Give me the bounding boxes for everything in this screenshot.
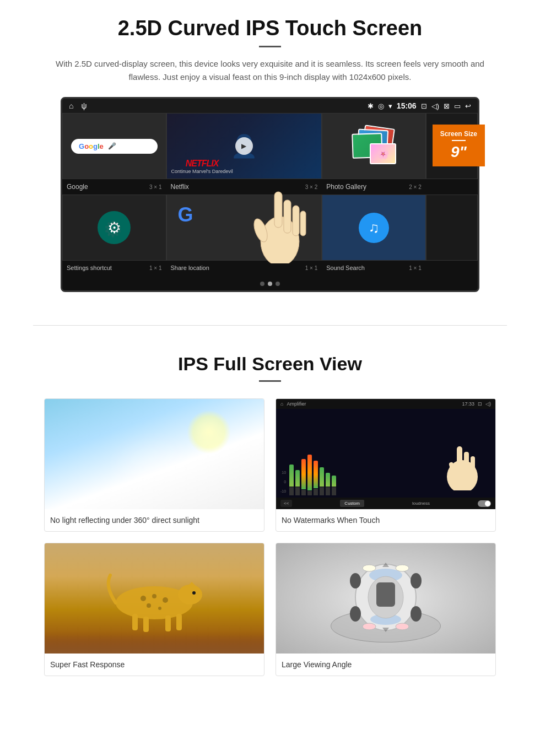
google-label: Google 3 × 1 — [62, 181, 166, 192]
eq-hand-touch — [440, 435, 484, 493]
eq-volume-icon: ◁) — [485, 401, 491, 407]
eq-bar-8b — [332, 487, 336, 495]
feature-card-car: Large Viewing Angle — [276, 543, 496, 676]
svg-point-31 — [363, 623, 376, 630]
badge-line — [452, 140, 466, 141]
device-screen: ⌂ ψ ✱ ◎ ▾ 15:06 ⊡ ◁) ⊠ ▭ ↩ — [61, 97, 479, 292]
section2-underline — [259, 380, 281, 382]
svg-point-17 — [158, 607, 161, 610]
eq-camera-icon: ⊡ — [478, 401, 482, 407]
wifi-icon: ▾ — [388, 102, 392, 110]
status-left: ⌂ ψ — [69, 101, 87, 110]
window-icon[interactable]: ▭ — [454, 102, 461, 110]
dot-3[interactable] — [276, 282, 280, 286]
settings-cell[interactable]: ⚙ ⚙ — [62, 195, 166, 261]
play-button[interactable]: ▶ — [235, 137, 253, 155]
svg-point-15 — [163, 597, 168, 603]
feature-card-equalizer: ⌂ Amplifier 17:33 ⊡ ◁) 10 0 -10 — [276, 398, 496, 532]
share-app-size: 1 × 1 — [305, 265, 318, 271]
home-icon[interactable]: ⌂ — [69, 101, 73, 110]
g-logo: G — [178, 203, 193, 226]
photo-gallery-cell[interactable]: 🌸 — [322, 113, 426, 179]
svg-point-14 — [152, 594, 156, 598]
netflix-logo: NETFLIX — [171, 159, 233, 169]
equalizer-caption: No Watermarks When Touch — [276, 509, 495, 531]
google-app-cell[interactable]: Google 🎤 — [62, 113, 166, 179]
photo-gallery-label: Photo Gallery 2 × 2 — [322, 181, 426, 192]
eq-footer: << Custom loudness — [276, 498, 495, 509]
eq-toggle[interactable] — [478, 500, 491, 507]
empty-label-2 — [426, 263, 478, 273]
svg-point-16 — [147, 603, 151, 608]
back-icon[interactable]: ↩ — [465, 102, 471, 110]
eq-bar-3b — [301, 490, 306, 495]
section1-description: With 2.5D curved-display screen, this de… — [55, 57, 485, 84]
netflix-app-name: Netflix — [171, 183, 189, 191]
dot-2[interactable] — [268, 282, 272, 286]
svg-point-29 — [363, 565, 376, 571]
eq-bar-1b — [289, 487, 294, 495]
feature-card-cheetah: Super Fast Response — [44, 543, 264, 676]
status-bar: ⌂ ψ ✱ ◎ ▾ 15:06 ⊡ ◁) ⊠ ▭ ↩ — [62, 99, 478, 113]
svg-rect-28 — [376, 582, 395, 607]
camera-icon[interactable]: ⊡ — [421, 102, 427, 110]
share-location-cell[interactable]: G — [166, 195, 322, 261]
eq-bar-2 — [295, 470, 300, 487]
svg-rect-5 — [300, 211, 306, 236]
section1-title: 2.5D Curved IPS Touch Screen — [33, 17, 507, 40]
eq-bar-6b — [320, 487, 324, 495]
svg-rect-21 — [176, 614, 182, 630]
bluetooth-icon: ✱ — [368, 102, 374, 110]
empty-label-1 — [426, 181, 478, 192]
settings-app-size: 1 × 1 — [149, 265, 162, 271]
eq-custom-btn[interactable]: Custom — [340, 500, 364, 507]
eq-bar-group-7 — [326, 473, 330, 495]
eq-bar-group-8 — [332, 476, 336, 495]
netflix-app-cell[interactable]: 👤 ▶ NETFLIX Continue Marvel's Daredevil — [166, 113, 322, 179]
title-underline — [259, 46, 281, 47]
car-image — [276, 543, 495, 654]
usb-icon: ψ — [81, 101, 87, 110]
eq-bar-1 — [289, 465, 294, 487]
sound-search-cell[interactable]: ♫ — [322, 195, 426, 261]
eq-bar-group-6 — [320, 467, 324, 495]
section-divider — [33, 325, 507, 326]
sunlight-image — [45, 399, 264, 509]
netflix-label: NETFLIX Continue Marvel's Daredevil — [171, 159, 233, 174]
photo-gallery-name: Photo Gallery — [326, 183, 366, 191]
svg-point-13 — [141, 596, 146, 601]
music-note-icon: ♫ — [359, 213, 389, 243]
status-time: 15:06 — [397, 101, 417, 110]
section2-title: IPS Full Screen View — [33, 353, 507, 375]
eq-bar-6 — [320, 467, 324, 487]
mic-icon[interactable]: 🎤 — [108, 142, 116, 150]
photo-gallery-size: 2 × 2 — [409, 184, 422, 190]
app-grid-bottom: ⚙ ⚙ G — [62, 195, 478, 261]
hand-svg — [250, 175, 316, 263]
eq-bar-group-1 — [289, 465, 294, 495]
dot-1[interactable] — [260, 282, 264, 286]
eq-bar-5b — [314, 489, 318, 495]
photo-stack: 🌸 — [352, 127, 396, 165]
eq-back-btn[interactable]: << — [280, 500, 292, 507]
eq-bar-2b — [295, 487, 300, 495]
cheetah-image — [45, 543, 264, 654]
netflix-subtitle: Continue Marvel's Daredevil — [171, 169, 233, 174]
empty-bottom-right — [426, 195, 478, 261]
close-icon[interactable]: ⊠ — [444, 102, 450, 110]
svg-point-36 — [411, 606, 422, 622]
cheetah-svg — [99, 559, 209, 636]
car-caption: Large Viewing Angle — [276, 654, 495, 676]
settings-app-name: Settings shortcut — [67, 264, 112, 271]
eq-bar-4 — [307, 455, 312, 490]
eq-time: 17:33 — [462, 401, 474, 407]
eq-bar-8 — [332, 476, 336, 487]
eq-bar-5 — [314, 461, 318, 488]
eq-header: ⌂ Amplifier 17:33 ⊡ ◁) — [276, 399, 495, 409]
google-search-bar[interactable]: Google 🎤 — [71, 139, 158, 154]
volume-icon[interactable]: ◁) — [431, 102, 439, 110]
section2-ips: IPS Full Screen View No light reflecting… — [0, 348, 540, 693]
car-svg — [342, 561, 430, 633]
sound-app-size: 1 × 1 — [409, 265, 422, 271]
feature-card-sunlight: No light reflecting under 360° direct su… — [44, 398, 264, 532]
